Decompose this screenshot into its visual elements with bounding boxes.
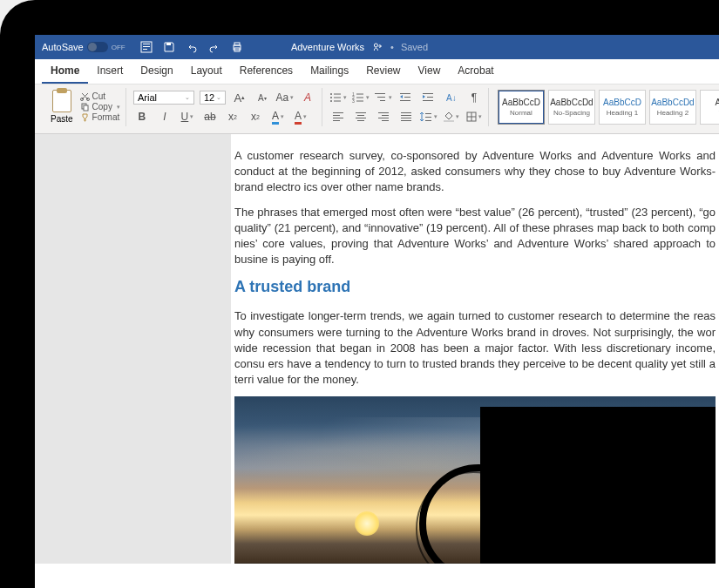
- svg-text:3: 3: [352, 98, 355, 103]
- quick-access-toolbar: [139, 40, 244, 54]
- share-icon[interactable]: [371, 41, 383, 53]
- decrease-indent-icon[interactable]: [397, 89, 415, 106]
- font-group: Arial⌄ 12⌄ A▴ A▾ Aa▾ A B I U▾ ab x2 x2 A…: [128, 88, 322, 126]
- tab-mailings[interactable]: Mailings: [302, 59, 357, 84]
- inline-image-cyclist-sunset[interactable]: [234, 396, 716, 564]
- document-title: Adventure Works • Saved: [291, 41, 428, 53]
- style-no-spacing[interactable]: AaBbCcDdNo-Spacing: [548, 90, 595, 125]
- toggle-switch[interactable]: [87, 42, 108, 52]
- line-spacing-icon[interactable]: ▾: [420, 108, 438, 125]
- svg-rect-47: [401, 115, 411, 116]
- svg-point-17: [330, 100, 332, 102]
- style-preview: AaB: [715, 98, 719, 107]
- superscript-button[interactable]: x2: [247, 108, 264, 125]
- align-right-icon[interactable]: [375, 108, 392, 125]
- save-icon[interactable]: [162, 40, 176, 54]
- tab-design[interactable]: Design: [132, 59, 181, 84]
- undo-icon[interactable]: [185, 40, 199, 54]
- autosave-state: OFF: [112, 44, 125, 51]
- style-label: Normal: [510, 109, 532, 117]
- svg-rect-31: [423, 93, 433, 94]
- svg-rect-26: [377, 97, 385, 98]
- style-preview: AaBbCcDd: [550, 98, 593, 107]
- save-status: Saved: [401, 42, 428, 52]
- justify-icon[interactable]: [397, 108, 415, 125]
- svg-rect-6: [234, 43, 240, 45]
- style-titl[interactable]: AaBTitl: [700, 90, 719, 125]
- clipboard-group: Paste Cut Copy▾ Format: [42, 88, 126, 126]
- style-preview: AaBbCcD: [502, 98, 540, 107]
- shading-icon[interactable]: ▾: [443, 108, 460, 125]
- format-painter-button[interactable]: Format: [80, 112, 120, 122]
- tab-acrobat[interactable]: Acrobat: [449, 59, 502, 84]
- font-color-button[interactable]: A▾: [292, 108, 309, 125]
- paste-icon: [52, 90, 71, 112]
- svg-rect-27: [380, 100, 385, 101]
- style-normal[interactable]: AaBbCcDNormal: [498, 90, 545, 125]
- align-center-icon[interactable]: [352, 108, 370, 125]
- strikethrough-button[interactable]: ab: [201, 108, 219, 125]
- tab-review[interactable]: Review: [357, 59, 409, 84]
- tab-references[interactable]: References: [231, 59, 302, 84]
- style-label: Heading 2: [657, 109, 688, 117]
- show-marks-icon[interactable]: ¶: [465, 89, 483, 106]
- svg-rect-14: [334, 94, 341, 95]
- numbering-icon[interactable]: 123▾: [352, 89, 370, 106]
- svg-rect-44: [378, 118, 389, 118]
- cut-button[interactable]: Cut: [80, 91, 120, 101]
- redo-icon[interactable]: [207, 40, 221, 54]
- heading-2[interactable]: A trusted brand: [234, 278, 719, 296]
- style-heading-2[interactable]: AaBbCcDdHeading 2: [649, 90, 696, 125]
- increase-font-icon[interactable]: A▴: [231, 89, 248, 106]
- font-size-select[interactable]: 12⌄: [200, 91, 226, 105]
- svg-rect-29: [404, 97, 410, 98]
- italic-button[interactable]: I: [156, 108, 173, 125]
- svg-rect-50: [425, 113, 431, 114]
- paste-label: Paste: [51, 114, 73, 124]
- svg-rect-22: [356, 98, 363, 98]
- svg-rect-33: [423, 100, 433, 101]
- tab-home[interactable]: Home: [42, 59, 88, 84]
- svg-rect-28: [400, 93, 410, 94]
- svg-rect-49: [401, 120, 411, 121]
- paragraph[interactable]: To investigate longer-term trends, we ag…: [231, 308, 719, 388]
- paragraph[interactable]: The phrases that emerged most often were…: [231, 205, 719, 268]
- svg-rect-38: [356, 112, 366, 113]
- underline-button[interactable]: U▾: [179, 108, 196, 125]
- svg-rect-41: [357, 120, 364, 121]
- svg-rect-35: [333, 115, 340, 116]
- tab-layout[interactable]: Layout: [182, 59, 231, 84]
- paragraph[interactable]: A customer research survey, co-sponsored…: [231, 148, 719, 196]
- copy-button[interactable]: Copy▾: [80, 102, 120, 112]
- svg-rect-48: [401, 118, 411, 118]
- style-heading-1[interactable]: AaBbCcDHeading 1: [599, 90, 646, 125]
- multilevel-list-icon[interactable]: ▾: [375, 89, 392, 106]
- clear-formatting-icon[interactable]: A: [299, 89, 316, 106]
- borders-icon[interactable]: ▾: [465, 108, 483, 125]
- svg-rect-24: [356, 101, 363, 102]
- svg-rect-40: [356, 118, 366, 118]
- svg-rect-20: [356, 94, 363, 95]
- font-name-select[interactable]: Arial⌄: [133, 91, 194, 105]
- word-icon[interactable]: [139, 40, 153, 54]
- tab-view[interactable]: View: [410, 59, 450, 84]
- autosave-toggle[interactable]: AutoSave OFF: [42, 42, 125, 52]
- tab-insert[interactable]: Insert: [88, 59, 132, 84]
- svg-rect-43: [382, 115, 389, 116]
- subscript-button[interactable]: x2: [224, 108, 241, 125]
- style-preview: AaBbCcD: [603, 98, 641, 107]
- sort-icon[interactable]: A↓: [443, 89, 460, 106]
- print-icon[interactable]: [230, 40, 244, 54]
- highlight-button[interactable]: A▾: [269, 108, 287, 125]
- paste-button[interactable]: Paste: [47, 88, 77, 125]
- bullets-icon[interactable]: ▾: [329, 89, 347, 106]
- increase-indent-icon[interactable]: [420, 89, 438, 106]
- ribbon-tabs: Home Insert Design Layout References Mai…: [35, 59, 719, 84]
- document-page[interactable]: A customer research survey, co-sponsored…: [231, 134, 719, 564]
- align-left-icon[interactable]: [329, 108, 347, 125]
- bold-button[interactable]: B: [133, 108, 151, 125]
- decrease-font-icon[interactable]: A▾: [254, 89, 271, 106]
- svg-rect-30: [400, 100, 410, 101]
- svg-rect-51: [425, 117, 431, 118]
- change-case-icon[interactable]: Aa▾: [276, 89, 294, 106]
